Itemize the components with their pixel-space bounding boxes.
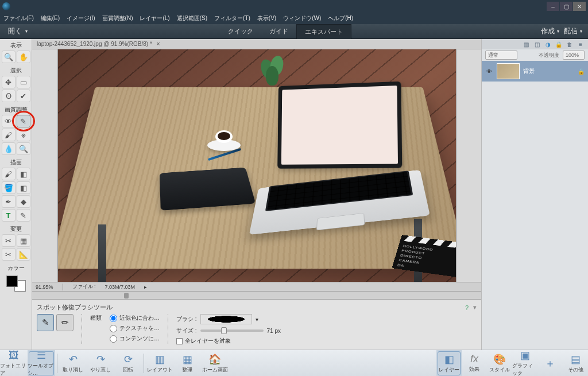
adjustment-layer-icon[interactable]: ◑ <box>544 40 552 48</box>
spot-heal-mode[interactable]: ✎ <box>37 314 54 331</box>
recompose-tool[interactable]: ▦ <box>17 234 30 247</box>
layers-panel: ▥ ◫ ◑ 🔒 🗑 ≡ 通常 不透明度 100% 👁 背景 🔒 <box>481 39 588 350</box>
tool-options-title: スポット修復ブラシツール <box>37 303 113 312</box>
eyedropper-tool[interactable]: ✒ <box>2 195 16 208</box>
panel-menu-icon[interactable]: ▾ <box>473 304 477 311</box>
lock-layer-icon[interactable]: 🔒 <box>555 40 563 48</box>
lasso-tool[interactable]: ʘ <box>2 90 16 102</box>
image-canvas[interactable]: HOLLYWOODPRODUCTDIRECTOCAMERADA <box>58 49 456 282</box>
layer-thumbnail[interactable] <box>497 63 520 79</box>
opacity-field[interactable]: 100% <box>563 51 585 60</box>
eraser-tool[interactable]: ◧ <box>17 168 30 180</box>
lock-icon: 🔒 <box>578 68 585 75</box>
new-group-icon[interactable]: ◫ <box>533 40 541 48</box>
hand-tool[interactable]: ✋ <box>17 51 30 63</box>
canvas-area[interactable]: HOLLYWOODPRODUCTDIRECTOCAMERADA <box>32 49 481 282</box>
bottom-bar: 🖼フォトエリア ☰ツールオプシ… ↶取り消し ↷やり直し ⟳回転 ▥レイアウト … <box>0 350 588 376</box>
opt-texture[interactable]: テクスチャを… <box>110 324 160 332</box>
brush-tool[interactable]: 🖌 <box>2 168 16 180</box>
document-tab-close-icon[interactable]: × <box>157 41 160 47</box>
type-tool[interactable]: T <box>2 209 16 222</box>
spot-heal-tool[interactable]: ✎ <box>17 115 30 127</box>
mode-bar: 開く クイック ガイド エキスパート 作成 配信 <box>0 24 588 39</box>
size-slider[interactable] <box>200 330 264 332</box>
bb-photo-area[interactable]: 🖼フォトエリア <box>0 350 28 377</box>
horizontal-scrollbar[interactable] <box>32 291 481 299</box>
opt-proximity[interactable]: 近似色に合わ… <box>110 314 160 322</box>
brush-label: ブラシ : <box>176 315 197 323</box>
maximize-button[interactable]: ▢ <box>560 2 572 11</box>
tool-section-view: 表示 <box>10 40 22 51</box>
menu-file[interactable]: ファイル(F) <box>3 14 34 22</box>
delete-layer-icon[interactable]: 🗑 <box>566 40 574 48</box>
size-label: サイズ : <box>176 327 197 335</box>
opt-content[interactable]: コンテンツに… <box>110 335 160 343</box>
content-move-tool[interactable]: ✂ <box>2 248 16 261</box>
minimize-button[interactable]: – <box>547 2 559 11</box>
bb-undo[interactable]: ↶取り消し <box>59 350 87 377</box>
crop-tool[interactable]: ✂ <box>2 234 16 247</box>
marquee-tool[interactable]: ▭ <box>17 76 30 88</box>
menu-help[interactable]: ヘルプ(H) <box>328 14 353 22</box>
deliver-dropdown[interactable]: 配信 <box>564 26 582 36</box>
gradient-tool[interactable]: ◧ <box>17 181 30 194</box>
move-tool[interactable]: ✥ <box>2 76 16 88</box>
bb-effects[interactable]: fx効果 <box>462 350 487 377</box>
menu-filter[interactable]: フィルター(T) <box>214 14 250 22</box>
fill-tool[interactable]: 🪣 <box>2 181 16 194</box>
blend-mode-select[interactable]: 通常 <box>485 51 517 60</box>
color-swatches[interactable] <box>6 276 26 292</box>
bb-tool-options[interactable]: ☰ツールオプシ… <box>28 350 55 377</box>
visibility-icon[interactable]: 👁 <box>485 68 493 75</box>
tool-palette: 表示 🔍 ✋ 選択 ✥ ▭ ʘ ✔ 画質調整 👁 ✎ 🖌 ⎈ 💧 🔍 描画 🖌 … <box>0 39 32 350</box>
bb-other[interactable]: ▤その他 <box>563 350 588 377</box>
create-dropdown[interactable]: 作成 <box>541 26 559 36</box>
app-logo-icon <box>2 2 10 10</box>
menu-layer[interactable]: レイヤー(L) <box>140 14 169 22</box>
pencil-tool[interactable]: ✎ <box>17 209 30 222</box>
foreground-color-swatch[interactable] <box>6 276 18 287</box>
bb-organize[interactable]: ▦整理 <box>173 350 201 377</box>
quick-select-tool[interactable]: ✔ <box>17 90 30 102</box>
new-layer-icon[interactable]: ▥ <box>522 40 530 48</box>
bb-add[interactable]: ＋ <box>537 350 563 377</box>
size-value: 71 px <box>267 328 281 334</box>
menu-view[interactable]: 表示(V) <box>257 14 276 22</box>
tool-section-mod: 変更 <box>10 224 22 234</box>
menu-adjust[interactable]: 画質調整(N) <box>102 14 133 22</box>
menu-window[interactable]: ウィンドウ(W) <box>283 14 321 22</box>
bb-layout[interactable]: ▥レイアウト <box>146 350 173 377</box>
zoom-tool[interactable]: 🔍 <box>2 51 16 63</box>
heal-mode[interactable]: ✏ <box>56 314 74 331</box>
menu-select[interactable]: 選択範囲(S) <box>177 14 207 22</box>
sponge-tool[interactable]: 🔍 <box>17 142 30 155</box>
all-layers-checkbox[interactable]: 全レイヤーを対象 <box>176 337 281 345</box>
bb-layers[interactable]: ◧レイヤー <box>436 350 462 377</box>
blur-tool[interactable]: 💧 <box>2 142 16 155</box>
bb-rotate[interactable]: ⟳回転 <box>114 350 142 377</box>
tool-options-panel: スポット修復ブラシツール ? ▾ ✎ ✏ 種類 近似色に合わ… テクスチャを… … <box>32 299 481 350</box>
close-button[interactable]: ✕ <box>573 2 586 11</box>
bb-home[interactable]: 🏠ホーム画面 <box>201 350 229 377</box>
tab-quick[interactable]: クイック <box>220 24 261 39</box>
tab-expert[interactable]: エキスパート <box>296 24 351 39</box>
menu-image[interactable]: イメージ(I) <box>67 14 95 22</box>
brush-preview[interactable] <box>200 314 252 324</box>
smart-brush-tool[interactable]: 🖌 <box>2 129 16 141</box>
document-tab[interactable]: laptop-2443652_1920.jpg @ 91.9%(RGB/8) * <box>37 41 152 47</box>
status-menu-icon[interactable]: ▸ <box>144 284 147 290</box>
shape-tool[interactable]: ◆ <box>17 195 30 208</box>
layer-row-background[interactable]: 👁 背景 🔒 <box>482 61 588 82</box>
bb-redo[interactable]: ↷やり直し <box>87 350 114 377</box>
menu-edit[interactable]: 編集(E) <box>41 14 60 22</box>
file-size-label: ファイル : <box>72 283 96 290</box>
tab-guide[interactable]: ガイド <box>261 24 296 39</box>
bb-graphics[interactable]: ▣グラフィック <box>512 350 537 377</box>
help-icon[interactable]: ? <box>465 304 469 311</box>
bb-styles[interactable]: 🎨スタイル <box>487 350 512 377</box>
zoom-level[interactable]: 91.95% <box>36 284 53 290</box>
straighten-tool[interactable]: 📐 <box>17 248 30 261</box>
open-dropdown[interactable]: 開く <box>0 26 36 36</box>
brush-dropdown-icon[interactable]: ▾ <box>256 316 258 323</box>
panel-options-icon[interactable]: ≡ <box>577 40 585 48</box>
